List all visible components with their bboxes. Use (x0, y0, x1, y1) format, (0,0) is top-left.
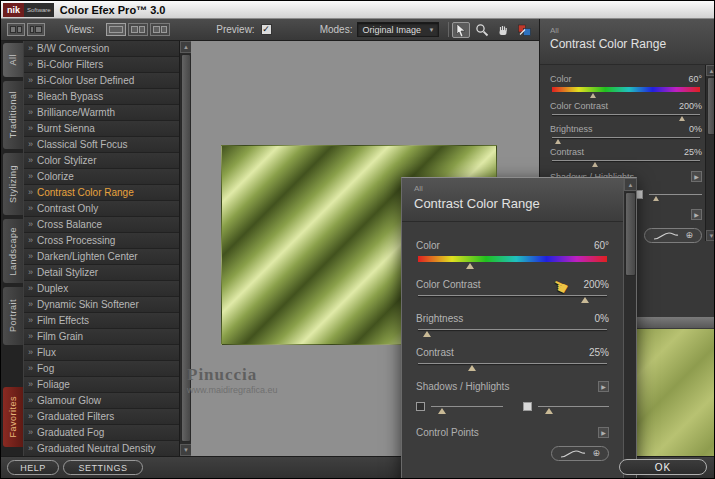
filter-category: All (414, 184, 624, 193)
filter-label: B/W Conversion (37, 43, 109, 54)
scroll-down-button[interactable]: ▼ (706, 230, 715, 241)
single-view-button[interactable] (106, 23, 126, 36)
tab-landscape-label: Landscape (8, 227, 18, 276)
filter-label: Graduated Filters (37, 411, 114, 422)
split-view-button[interactable] (128, 23, 148, 36)
preview-checkbox[interactable]: ✓ (261, 24, 272, 35)
filter-item-bi-color-user-defined[interactable]: »Bi-Color User Defined (24, 73, 179, 89)
zoom-tool-button[interactable] (473, 22, 491, 38)
dialog-scrollbar[interactable]: ▲ (623, 178, 636, 479)
filter-item-graduated-fog[interactable]: »Graduated Fog (24, 425, 179, 441)
brightness-slider[interactable] (552, 137, 700, 138)
shadows-slider-marker[interactable] (438, 408, 446, 414)
ok-button[interactable]: OK (619, 459, 707, 475)
contrast-slider[interactable] (552, 160, 700, 161)
filter-bullet-icon: » (28, 124, 33, 133)
settings-button[interactable]: SETTINGS (63, 460, 143, 475)
dialog-content: Color 60° Color Contrast 200% Brightne (402, 222, 623, 479)
tab-portrait[interactable]: Portrait (3, 287, 23, 345)
contrast-slider-label: Contrast (550, 147, 584, 157)
highlights-slider-marker[interactable] (545, 408, 553, 414)
brightness-slider-marker[interactable] (423, 331, 431, 337)
color-picker-tool-button[interactable] (515, 22, 533, 38)
brightness-slider[interactable] (418, 329, 607, 330)
brightness-slider-marker[interactable] (555, 139, 561, 144)
help-button[interactable]: HELP (7, 460, 59, 475)
contrast-slider-marker[interactable] (592, 162, 598, 167)
filter-label: Graduated Fog (37, 427, 104, 438)
pane-shape (10, 26, 16, 33)
filter-item-cross-balance[interactable]: »Cross Balance (24, 217, 179, 233)
filter-item-dynamic-skin-softener[interactable]: »Dynamic Skin Softener (24, 297, 179, 313)
contrast-slider[interactable] (418, 363, 607, 364)
filter-item-bw-conversion[interactable]: »B/W Conversion (24, 41, 179, 57)
filter-item-detail-stylizer[interactable]: »Detail Stylizer (24, 265, 179, 281)
scrollbar-thumb[interactable] (625, 192, 636, 276)
layout-sidebar-icon[interactable] (27, 23, 45, 36)
filter-item-brilliance-warmth[interactable]: »Brilliance/Warmth (24, 105, 179, 121)
filter-item-film-effects[interactable]: »Film Effects (24, 313, 179, 329)
filter-item-colorize[interactable]: »Colorize (24, 169, 179, 185)
expand-section-button[interactable]: ▶ (691, 209, 702, 220)
window-title: Color Efex Pro™ 3.0 (60, 4, 166, 16)
shadows-slider[interactable] (431, 406, 503, 407)
expand-section-button[interactable]: ▶ (691, 171, 702, 182)
filter-item-duplex[interactable]: »Duplex (24, 281, 179, 297)
tab-landscape[interactable]: Landscape (3, 219, 23, 283)
filter-item-fog[interactable]: »Fog (24, 361, 179, 377)
filter-item-bi-color-filters[interactable]: »Bi-Color Filters (24, 57, 179, 73)
control-point-curve-button[interactable]: ⊕ (551, 446, 609, 461)
color-contrast-slider[interactable] (418, 295, 607, 296)
views-label: Views: (65, 24, 94, 35)
tab-stylizing[interactable]: Stylizing (3, 153, 23, 215)
color-contrast-slider[interactable] (552, 114, 700, 115)
color-contrast-slider-marker[interactable] (679, 116, 685, 121)
filter-item-color-stylizer[interactable]: »Color Stylizer (24, 153, 179, 169)
layout-columns-icon[interactable] (7, 23, 25, 36)
expand-section-button[interactable]: ▶ (598, 427, 609, 438)
highlights-swatch[interactable] (523, 402, 532, 411)
expand-section-button[interactable]: ▶ (598, 381, 609, 392)
scroll-up-button[interactable]: ▲ (706, 65, 715, 76)
color-slider-marker[interactable] (590, 93, 596, 98)
dialog-header[interactable]: All Contrast Color Range (402, 178, 636, 222)
tab-favorites[interactable]: Favorites (3, 387, 23, 447)
filter-bullet-icon: » (28, 380, 33, 389)
filter-label: Film Effects (37, 315, 89, 326)
highlights-slider[interactable] (649, 194, 702, 195)
contrast-slider-marker[interactable] (468, 365, 476, 371)
control-point-curve-button[interactable]: ⊕ (644, 228, 702, 243)
filter-label: Foliage (37, 379, 70, 390)
filter-item-glamour-glow[interactable]: »Glamour Glow (24, 393, 179, 409)
scroll-up-button[interactable]: ▲ (624, 178, 637, 191)
filter-item-contrast-only[interactable]: »Contrast Only (24, 201, 179, 217)
highlights-slider-marker[interactable] (653, 196, 659, 201)
settings-panel-scrollbar[interactable]: ▲ ▼ (705, 65, 715, 241)
tab-all[interactable]: All (3, 43, 23, 77)
shadows-swatch[interactable] (416, 402, 425, 411)
filter-item-foliage[interactable]: »Foliage (24, 377, 179, 393)
color-slider[interactable] (418, 256, 607, 262)
select-tool-button[interactable] (452, 22, 470, 38)
color-contrast-slider-marker[interactable] (581, 297, 589, 303)
expand-arrow-icon: ▶ (694, 174, 699, 180)
filter-item-film-grain[interactable]: »Film Grain (24, 329, 179, 345)
filter-item-classical-soft-focus[interactable]: »Classical Soft Focus (24, 137, 179, 153)
filter-item-flux[interactable]: »Flux (24, 345, 179, 361)
filter-item-cross-processing[interactable]: »Cross Processing (24, 233, 179, 249)
highlights-slider[interactable] (538, 406, 610, 407)
filter-label: Film Grain (37, 331, 83, 342)
scrollbar-thumb[interactable] (707, 77, 715, 135)
filter-item-graduated-filters[interactable]: »Graduated Filters (24, 409, 179, 425)
modes-dropdown[interactable]: Original Image ▼ (357, 22, 439, 37)
tab-traditional[interactable]: Traditional (3, 81, 23, 149)
filter-item-contrast-color-range[interactable]: »Contrast Color Range (24, 185, 179, 201)
filter-item-darken-lighten-center[interactable]: »Darken/Lighten Center (24, 249, 179, 265)
filter-item-graduated-neutral-density[interactable]: »Graduated Neutral Density (24, 441, 179, 456)
color-slider-marker[interactable] (466, 263, 474, 269)
color-slider[interactable] (552, 87, 700, 92)
filter-item-burnt-sienna[interactable]: »Burnt Sienna (24, 121, 179, 137)
filter-item-bleach-bypass[interactable]: »Bleach Bypass (24, 89, 179, 105)
pan-tool-button[interactable] (494, 22, 512, 38)
side-by-side-view-button[interactable] (150, 23, 170, 36)
